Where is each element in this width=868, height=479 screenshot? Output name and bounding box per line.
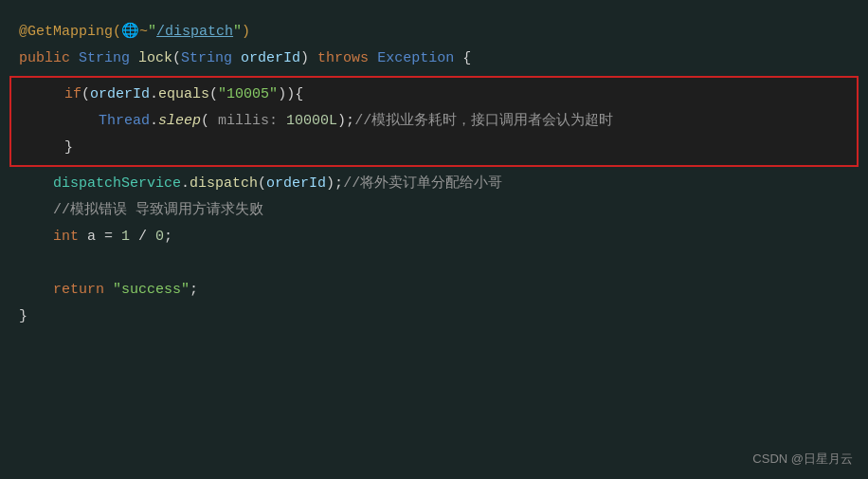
sleep-method: sleep (158, 110, 201, 133)
annotation-token2: ~ (139, 21, 148, 44)
code-line-final-brace: } (0, 304, 868, 330)
indent4 (19, 173, 53, 195)
dispatch-paren: ( (258, 173, 266, 195)
dispatch-method: dispatch (190, 173, 258, 195)
dot1: . (150, 83, 158, 106)
final-brace: } (19, 305, 27, 328)
code-line-dispatch: dispatchService.dispatch(orderId);//将外卖订… (0, 171, 868, 197)
code-line-thread: Thread.sleep( millis: 10000L);//模拟业务耗时，接… (11, 108, 857, 135)
divide: / (130, 226, 155, 249)
highlighted-block: if(orderId.equals("10005")){ Thread.slee… (9, 76, 859, 167)
dispatch-service: dispatchService (53, 173, 181, 195)
sleep-value: 10000L (286, 110, 337, 133)
var-a: a = (87, 226, 121, 249)
orderId-ref: orderId (90, 83, 150, 106)
param-name: orderId (241, 47, 300, 70)
code-line-comment: //模拟错误 导致调用方请求失败 (0, 197, 868, 224)
indent6 (19, 226, 53, 249)
millis-param: millis: (218, 110, 286, 133)
paren-if-open: ( (81, 83, 90, 106)
globe-icon-text: 🌐 (121, 21, 139, 44)
url-token: /dispatch (156, 21, 233, 44)
dot2: . (150, 110, 158, 133)
type-string: String (79, 47, 138, 70)
string-token2: " (233, 21, 242, 44)
keyword-throws: throws (317, 47, 377, 70)
code-line-if-close: } (11, 135, 857, 161)
paren2: ( (209, 83, 218, 106)
code-editor: @GetMapping(🌐~"/dispatch") public String… (0, 0, 868, 479)
comment-dispatch: //将外卖订单分配给小哥 (343, 173, 502, 195)
dispatch-close: ); (326, 173, 343, 195)
type-exception: Exception (377, 47, 462, 70)
num-0: 0 (155, 226, 164, 249)
comment-error: //模拟错误 导致调用方请求失败 (53, 199, 263, 222)
code-line-if: if(orderId.equals("10005")){ (11, 82, 857, 108)
paren-close: ) (300, 47, 317, 70)
keyword-return: return (53, 279, 113, 302)
keyword-if: if (64, 83, 81, 106)
paren3: )){ (278, 83, 303, 106)
param-type: String (181, 47, 241, 70)
watermark: CSDN @日星月云 (752, 451, 853, 468)
keyword-int: int (53, 226, 87, 249)
num-1: 1 (121, 226, 130, 249)
close-brace-if: } (64, 137, 73, 159)
thread-class: Thread (99, 110, 150, 133)
code-line-return: return "success"; (0, 277, 868, 304)
method-lock: lock (138, 47, 172, 70)
code-line-int: int a = 1 / 0; (0, 224, 868, 250)
code-line-2: public String lock(String orderId) throw… (0, 46, 868, 72)
sleep-paren: ( (201, 110, 218, 133)
indent5 (19, 199, 53, 222)
string-10005: "10005" (218, 83, 278, 106)
equals-method: equals (158, 83, 209, 106)
code-line-blank (0, 250, 868, 277)
dot3: . (181, 173, 190, 195)
keyword-public: public (19, 47, 79, 70)
semicolon1: ; (164, 226, 172, 249)
sleep-close: ); (337, 110, 354, 133)
comment-simulate: //模拟业务耗时，接口调用者会认为超时 (354, 110, 613, 133)
brace-open: { (462, 47, 471, 70)
paren-open: ( (172, 47, 181, 70)
indent2 (30, 110, 99, 133)
indent (30, 83, 64, 106)
string-token: " (148, 21, 156, 44)
return-value: "success" (113, 279, 190, 302)
orderId-ref2: orderId (266, 173, 326, 195)
code-line-1: @GetMapping(🌐~"/dispatch") (0, 19, 868, 46)
indent3 (30, 137, 64, 159)
semicolon2: ; (190, 279, 198, 302)
indent7 (19, 279, 53, 302)
annotation-close: ) (242, 21, 250, 44)
annotation-token: @GetMapping( (19, 21, 121, 44)
